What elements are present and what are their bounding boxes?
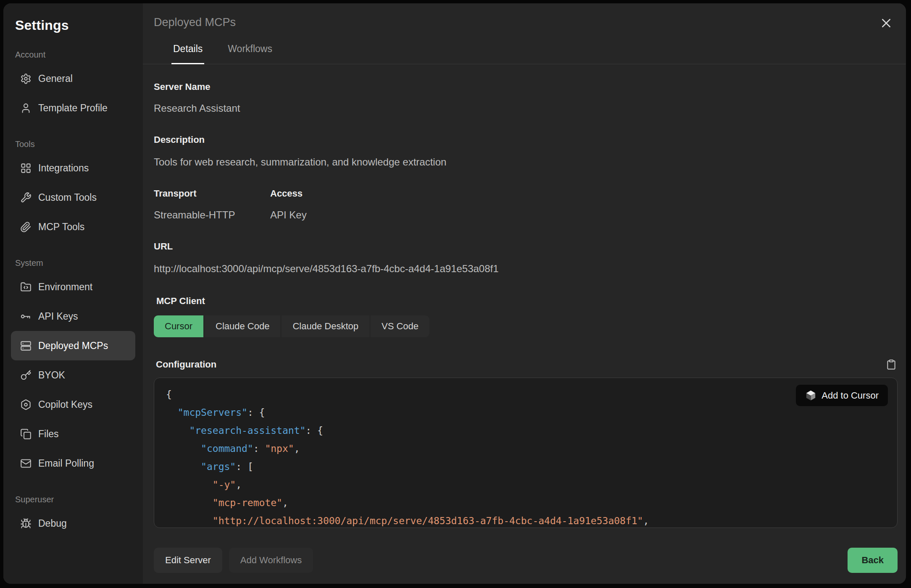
add-workflows-button[interactable]: Add Workflows xyxy=(229,548,313,573)
grid-icon xyxy=(20,163,32,174)
tab-details[interactable]: Details xyxy=(171,43,204,64)
hexagon-icon xyxy=(20,399,32,410)
sidebar-item-label: Environment xyxy=(38,281,92,293)
sidebar-item-email-polling[interactable]: Email Polling xyxy=(11,449,135,478)
sidebar-item-environment[interactable]: Environment xyxy=(11,272,135,302)
configuration-label: Configuration xyxy=(156,359,216,370)
sidebar-item-label: MCP Tools xyxy=(38,221,84,233)
sidebar-item-mcp-tools[interactable]: MCP Tools xyxy=(11,212,135,242)
mail-icon xyxy=(20,458,32,469)
sidebar-item-label: Custom Tools xyxy=(38,192,97,203)
sidebar-section-label: Superuser xyxy=(15,495,134,504)
panel-footer: Edit Server Add Workflows Back xyxy=(143,539,906,584)
server-icon xyxy=(20,340,32,352)
sidebar-item-label: Template Profile xyxy=(38,102,108,114)
configuration-row: Configuration xyxy=(154,358,898,371)
sidebar-item-label: Integrations xyxy=(38,163,89,174)
panel-title: Deployed MCPs xyxy=(154,16,898,29)
folder-code-icon xyxy=(20,281,32,293)
transport-access-labels: Transport Access xyxy=(154,188,898,200)
add-to-cursor-label: Add to Cursor xyxy=(821,390,879,401)
transport-access-values: Streamable-HTTP API Key xyxy=(154,209,898,221)
sidebar-item-template-profile[interactable]: Template Profile xyxy=(11,93,135,123)
sidebar-section-label: Account xyxy=(15,50,134,60)
settings-title: Settings xyxy=(15,18,134,33)
mcp-client-label: MCP Client xyxy=(156,295,898,307)
user-icon xyxy=(20,102,32,114)
url-label: URL xyxy=(154,241,898,252)
access-label: Access xyxy=(270,188,303,200)
sidebar-item-label: Files xyxy=(38,428,59,440)
tab-workflows[interactable]: Workflows xyxy=(226,43,274,64)
client-button-claude-code[interactable]: Claude Code xyxy=(205,315,280,337)
copy-config-button[interactable] xyxy=(885,358,898,371)
sidebar-item-debug[interactable]: Debug xyxy=(11,509,135,538)
settings-modal: Settings AccountGeneralTemplate ProfileT… xyxy=(3,3,906,584)
url-value: http://localhost:3000/api/mcp/serve/4853… xyxy=(154,262,898,275)
sidebar-item-custom-tools[interactable]: Custom Tools xyxy=(11,183,135,212)
client-button-claude-desktop[interactable]: Claude Desktop xyxy=(282,315,369,337)
sidebar-item-general[interactable]: General xyxy=(11,64,135,93)
sidebar-item-deployed-mcps[interactable]: Deployed MCPs xyxy=(11,331,135,360)
sidebar-item-copilot-keys[interactable]: Copilot Keys xyxy=(11,390,135,419)
sidebar-item-byok[interactable]: BYOK xyxy=(11,360,135,390)
close-button[interactable] xyxy=(877,14,895,32)
server-name-label: Server Name xyxy=(154,81,898,93)
sidebar-item-label: General xyxy=(38,73,73,84)
key-diagonal-icon xyxy=(20,370,32,381)
configuration-json: { "mcpServers": { "research-assistant": … xyxy=(166,386,885,528)
access-value: API Key xyxy=(270,209,307,221)
details-content: Server Name Research Assistant Descripti… xyxy=(143,64,906,539)
sidebar-item-label: BYOK xyxy=(38,370,65,381)
sidebar-item-label: Email Polling xyxy=(38,458,94,469)
sidebar-item-label: Copilot Keys xyxy=(38,399,92,410)
close-icon xyxy=(880,17,893,29)
add-to-cursor-button[interactable]: Add to Cursor xyxy=(796,385,888,406)
edit-server-button[interactable]: Edit Server xyxy=(154,548,222,573)
client-button-vs-code[interactable]: VS Code xyxy=(371,315,429,337)
paperclip-icon xyxy=(20,221,32,233)
sidebar-item-label: API Keys xyxy=(38,311,78,322)
sidebar-item-integrations[interactable]: Integrations xyxy=(11,153,135,183)
sidebar-item-label: Debug xyxy=(38,518,67,529)
sidebar-section-label: System xyxy=(15,258,134,268)
transport-label: Transport xyxy=(154,188,270,200)
clipboard-icon xyxy=(886,359,897,370)
main-panel: Deployed MCPs DetailsWorkflows Server Na… xyxy=(143,3,906,584)
sidebar-nav: AccountGeneralTemplate ProfileToolsInteg… xyxy=(12,50,134,538)
description-label: Description xyxy=(154,134,898,146)
sidebar-item-api-keys[interactable]: API Keys xyxy=(11,302,135,331)
sidebar-item-files[interactable]: Files xyxy=(11,419,135,449)
mcp-client-selector: CursorClaude CodeClaude DesktopVS Code xyxy=(154,315,898,337)
sidebar-item-label: Deployed MCPs xyxy=(38,340,108,352)
sidebar: Settings AccountGeneralTemplate ProfileT… xyxy=(3,3,143,584)
client-button-cursor[interactable]: Cursor xyxy=(154,315,203,337)
tab-bar: DetailsWorkflows xyxy=(143,43,906,64)
description-value: Tools for web research, summarization, a… xyxy=(154,156,898,168)
server-name-value: Research Assistant xyxy=(154,102,898,115)
bug-icon xyxy=(20,518,32,529)
gear-icon xyxy=(20,73,32,84)
panel-header: Deployed MCPs DetailsWorkflows xyxy=(143,3,906,64)
back-button[interactable]: Back xyxy=(848,548,898,573)
files-icon xyxy=(20,428,32,440)
configuration-code-block: { "mcpServers": { "research-assistant": … xyxy=(154,378,898,528)
key-icon xyxy=(20,311,32,322)
cursor-logo-icon xyxy=(805,390,816,401)
wrench-icon xyxy=(20,192,32,203)
transport-value: Streamable-HTTP xyxy=(154,209,270,221)
sidebar-section-label: Tools xyxy=(15,139,134,149)
